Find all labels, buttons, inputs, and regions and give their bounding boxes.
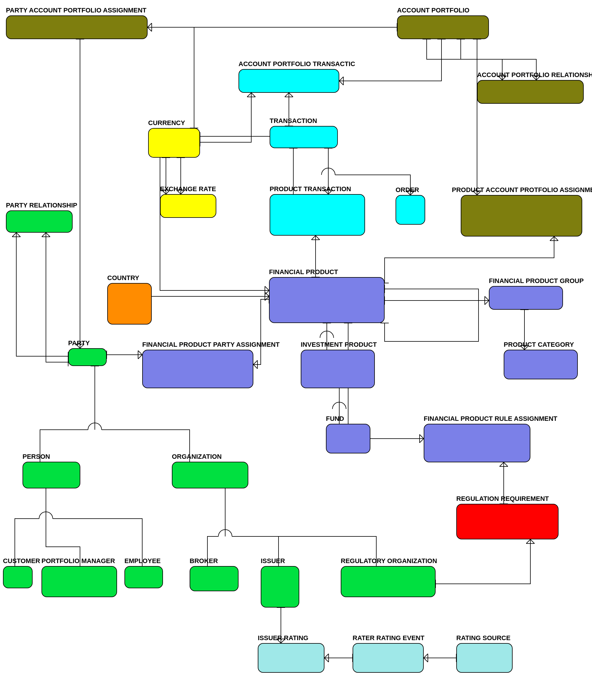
- entity-ptx[interactable]: [269, 194, 365, 236]
- entity-papa[interactable]: [6, 15, 148, 39]
- er-diagram-canvas: PARTY ACCOUNT PORTFOLIO ASSIGNMENTACCOUN…: [0, 0, 592, 700]
- entity-label-pman: PORTFOLIO MANAGER: [42, 557, 115, 565]
- entity-cty[interactable]: [107, 283, 152, 325]
- entity-label-cty: COUNTRY: [107, 274, 139, 282]
- entity-pman[interactable]: [42, 566, 117, 597]
- entity-label-ptx: PRODUCT TRANSACTION: [269, 185, 351, 193]
- entity-prel[interactable]: [6, 211, 72, 233]
- entity-ap[interactable]: [397, 15, 489, 39]
- entity-cur[interactable]: [148, 128, 200, 158]
- entity-brk[interactable]: [190, 566, 239, 591]
- entity-irat[interactable]: [258, 643, 325, 673]
- entity-fpra[interactable]: [424, 424, 530, 462]
- entity-label-prel: PARTY RELATIONSHIP: [6, 201, 77, 209]
- entity-label-exr: EXCHANGE RATE: [160, 185, 216, 193]
- entity-label-pers: PERSON: [22, 453, 50, 461]
- entity-rorg[interactable]: [341, 566, 436, 597]
- entity-label-pcat: PRODUCT CATEGORY: [504, 341, 574, 348]
- entity-org[interactable]: [172, 462, 248, 488]
- entity-label-iss: ISSUER: [261, 557, 285, 565]
- entity-papa2[interactable]: [461, 195, 582, 236]
- entity-label-cust: CUSTOMER: [3, 557, 40, 565]
- entity-label-org: ORGANIZATION: [172, 453, 221, 461]
- entity-trx[interactable]: [269, 126, 338, 148]
- entity-apr[interactable]: [477, 80, 584, 104]
- entity-label-rorg: REGULATORY ORGANIZATION: [341, 557, 437, 565]
- entity-pcat[interactable]: [504, 350, 578, 379]
- entity-label-apt: ACCOUNT PORTFOLIO TRANSACTIC: [239, 60, 355, 68]
- entity-label-irat: ISSUER RATING: [258, 634, 308, 642]
- entity-label-brk: BROKER: [190, 557, 218, 565]
- entity-invp[interactable]: [301, 350, 375, 388]
- entity-fpg[interactable]: [489, 286, 563, 310]
- entity-label-rre: RATER RATING EVENT: [353, 634, 424, 642]
- entity-fund[interactable]: [326, 424, 371, 454]
- entity-label-cur: CURRENCY: [148, 119, 185, 127]
- entity-label-finp: FINANCIAL PRODUCT: [269, 268, 338, 276]
- entity-exr[interactable]: [160, 194, 216, 218]
- entity-cust[interactable]: [3, 566, 33, 588]
- entity-label-invp: INVESTMENT PRODUCT: [301, 341, 377, 348]
- entity-label-party: PARTY: [68, 339, 90, 347]
- entity-label-fpra: FINANCIAL PRODUCT RULE ASSIGNMENT: [424, 415, 557, 423]
- entity-ord[interactable]: [396, 195, 425, 225]
- entity-emp[interactable]: [125, 566, 163, 588]
- entity-rsrc[interactable]: [456, 643, 512, 673]
- entity-iss[interactable]: [261, 566, 299, 608]
- entity-label-fund: FUND: [326, 415, 344, 423]
- entity-label-fpg: FINANCIAL PRODUCT GROUP: [489, 277, 584, 285]
- entity-label-trx: TRANSACTION: [269, 117, 317, 125]
- entity-label-ord: ORDER: [396, 186, 419, 194]
- entity-label-fppa: FINANCIAL PRODUCT PARTY ASSIGNMENT: [142, 341, 280, 348]
- entity-apt[interactable]: [239, 69, 339, 93]
- entity-label-papa: PARTY ACCOUNT PORTFOLIO ASSIGNMENT: [6, 6, 146, 14]
- entity-label-regr: REGULATION REQUIREMENT: [456, 495, 549, 503]
- entity-regr[interactable]: [456, 504, 558, 540]
- entity-party[interactable]: [68, 348, 107, 366]
- entity-label-rsrc: RATING SOURCE: [456, 634, 510, 642]
- entity-label-apr: ACCOUNT PORTFOLIO RELATIONSHIP: [477, 71, 592, 79]
- entity-label-papa2: PRODUCT ACCOUNT PROTFOLIO ASSIGNMENT: [452, 186, 592, 194]
- entity-fppa[interactable]: [142, 350, 253, 388]
- entity-pers[interactable]: [22, 462, 80, 488]
- entity-finp[interactable]: [269, 277, 385, 323]
- entity-label-ap: ACCOUNT PORTFOLIO: [397, 6, 469, 14]
- entity-rre[interactable]: [353, 643, 424, 673]
- entity-label-emp: EMPLOYEE: [125, 557, 161, 565]
